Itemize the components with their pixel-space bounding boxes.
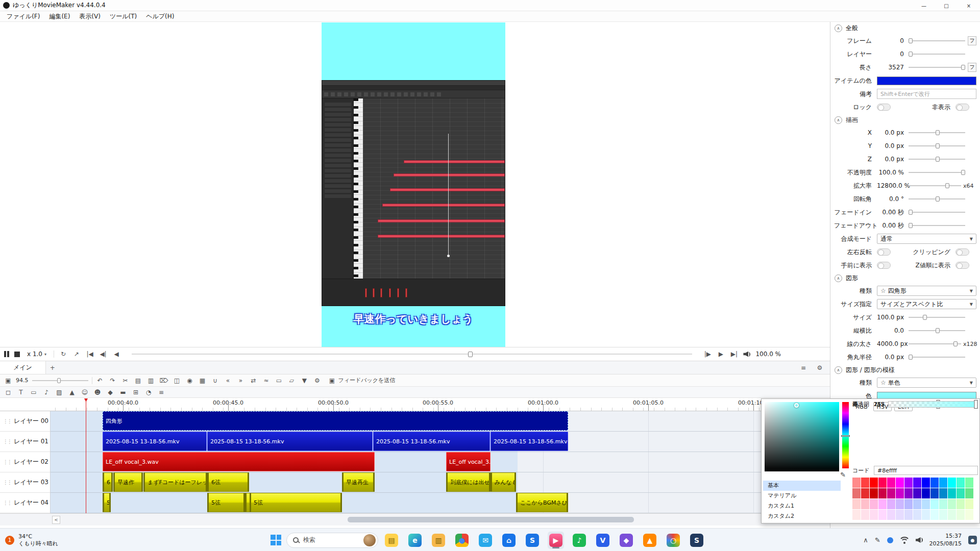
- delete-icon[interactable]: ⌦: [160, 378, 168, 384]
- timeline-playhead[interactable]: [86, 398, 86, 513]
- folder-icon[interactable]: ▱: [287, 378, 296, 384]
- size-mode-select[interactable]: サイズとアスペクト比▼: [877, 299, 976, 309]
- timeline-hscrollbar[interactable]: <: [0, 513, 830, 525]
- palette-swatch[interactable]: [861, 510, 869, 520]
- length-slider[interactable]: [909, 64, 965, 71]
- palette-swatch[interactable]: [904, 499, 913, 509]
- palette-swatch[interactable]: [887, 499, 895, 509]
- ruler-canvas[interactable]: 00:00:40.000:00:45.000:00:50.000:00:55.0…: [51, 398, 830, 411]
- clipping-toggle[interactable]: [955, 248, 969, 256]
- notification-bell-icon[interactable]: ●: [968, 536, 977, 544]
- palette-swatch[interactable]: [939, 499, 947, 509]
- timeline-item[interactable]: 2025-08-15 13-18-56.mkv: [103, 432, 207, 451]
- taskbar-clock[interactable]: 15:372025/08/15: [929, 533, 962, 547]
- palette-swatch[interactable]: [939, 510, 947, 520]
- palette-swatch[interactable]: [870, 488, 878, 498]
- timeline-item[interactable]: 早速再生: [342, 472, 375, 492]
- line-width-slider[interactable]: [909, 340, 961, 347]
- add-face-icon[interactable]: ☻: [93, 389, 102, 395]
- palette-swatch[interactable]: [852, 478, 861, 488]
- palette-swatch[interactable]: [913, 478, 921, 488]
- scroll-left-button[interactable]: <: [52, 516, 60, 524]
- collapse-icon[interactable]: ∧: [835, 116, 842, 124]
- add-voice-icon[interactable]: ◻: [4, 389, 12, 395]
- palette-swatch[interactable]: [930, 510, 939, 520]
- item-list-icon[interactable]: ≡: [157, 389, 165, 395]
- palette-swatch[interactable]: [887, 488, 895, 498]
- wifi-icon[interactable]: [900, 537, 909, 544]
- add-group-icon[interactable]: ⊞: [132, 389, 140, 395]
- palette-swatch[interactable]: [861, 478, 869, 488]
- maximize-button[interactable]: □: [935, 0, 958, 11]
- add-shape-icon[interactable]: ▲: [68, 389, 76, 395]
- taskbar-music-app-icon[interactable]: ♪: [571, 532, 587, 549]
- timeline-item[interactable]: 5: [103, 493, 111, 512]
- menu-tools[interactable]: ツール(T): [105, 11, 141, 22]
- palette-swatch[interactable]: [852, 499, 861, 509]
- section-shape[interactable]: ∧図形: [830, 272, 980, 284]
- video-preview[interactable]: 早速作っていきましょう: [322, 22, 505, 347]
- drag-handle-icon[interactable]: ⋮⋮: [3, 439, 11, 444]
- palette-swatch[interactable]: [896, 499, 904, 509]
- palette-swatch[interactable]: [904, 510, 913, 520]
- palette-swatch[interactable]: [957, 478, 965, 488]
- y-slider[interactable]: [909, 142, 965, 149]
- add-timer-icon[interactable]: ◔: [144, 389, 153, 395]
- palette-swatch[interactable]: [922, 488, 930, 498]
- front-toggle[interactable]: [877, 262, 891, 269]
- shape-kind-select[interactable]: ☆四角形▼: [877, 286, 976, 296]
- tray-chevron-up-icon[interactable]: ∧: [863, 536, 868, 544]
- sv-cursor[interactable]: [794, 403, 799, 408]
- layer-label-row[interactable]: ⋮⋮レイヤー 02: [0, 452, 50, 472]
- timeline-item[interactable]: LE_off vocal_3.: [446, 452, 491, 471]
- drag-handle-icon[interactable]: ⋮⋮: [3, 480, 11, 485]
- palette-swatch[interactable]: [896, 478, 904, 488]
- gear-icon[interactable]: ⚙: [816, 365, 824, 371]
- blend-mode-select[interactable]: 通常▼: [877, 234, 976, 244]
- palette-swatch[interactable]: [870, 499, 878, 509]
- add-image-icon[interactable]: ▨: [55, 389, 63, 395]
- layer-slider[interactable]: [909, 51, 965, 58]
- palette-swatch[interactable]: [930, 488, 939, 498]
- add-text-icon[interactable]: T: [17, 389, 25, 395]
- waveform-icon[interactable]: ≈: [262, 378, 270, 384]
- palette-swatch[interactable]: [913, 488, 921, 498]
- drag-handle-icon[interactable]: ⋮⋮: [3, 500, 11, 506]
- fadeout-slider[interactable]: [909, 222, 965, 229]
- frame-forward-button[interactable]: ▶|: [730, 351, 738, 357]
- palette-swatch[interactable]: [861, 499, 869, 509]
- collapse-icon[interactable]: ∧: [835, 274, 842, 282]
- timeline-item[interactable]: 到底僕には出せ: [446, 472, 491, 492]
- palette-swatch[interactable]: [957, 499, 965, 509]
- copy-icon[interactable]: ▤: [134, 378, 142, 384]
- timeline-item[interactable]: 2025-08-15 13-18-56.mkv: [373, 432, 490, 451]
- section-general[interactable]: ∧全般: [830, 22, 980, 34]
- section-draw[interactable]: ∧描画: [830, 114, 980, 126]
- collapse-icon[interactable]: ∧: [835, 366, 842, 374]
- loop-icon[interactable]: ↻: [59, 351, 67, 357]
- seek-thumb[interactable]: [468, 352, 473, 357]
- palette-swatch[interactable]: [904, 488, 913, 498]
- snap-icon[interactable]: ∪: [211, 378, 219, 384]
- palette-swatch[interactable]: [948, 499, 956, 509]
- taskbar-folder-icon[interactable]: ▥: [430, 532, 447, 549]
- drag-handle-icon[interactable]: ⋮⋮: [3, 459, 11, 465]
- frame-slider[interactable]: [909, 37, 965, 44]
- add-effect-icon[interactable]: ◆: [106, 389, 114, 395]
- tab-main[interactable]: メイン: [0, 361, 46, 374]
- palette-preset-item[interactable]: 基本: [763, 481, 841, 491]
- opacity-slider[interactable]: [909, 169, 965, 176]
- palette-swatch[interactable]: [861, 488, 869, 498]
- layer-label-row[interactable]: ⋮⋮レイヤー 00: [0, 411, 50, 432]
- seek-slider[interactable]: [132, 350, 692, 358]
- z-slider[interactable]: [909, 156, 965, 163]
- x-slider[interactable]: [909, 129, 965, 136]
- pattern-kind-select[interactable]: ☆単色▼: [877, 378, 976, 388]
- palette-swatch[interactable]: [965, 510, 973, 520]
- grid-icon[interactable]: ▦: [198, 378, 206, 384]
- palette-swatch[interactable]: [870, 478, 878, 488]
- jump-end-icon[interactable]: »: [236, 378, 244, 384]
- palette-swatch[interactable]: [852, 510, 861, 520]
- layer-label-row[interactable]: ⋮⋮レイヤー 03: [0, 472, 50, 493]
- add-scene-icon[interactable]: ▬: [119, 389, 127, 395]
